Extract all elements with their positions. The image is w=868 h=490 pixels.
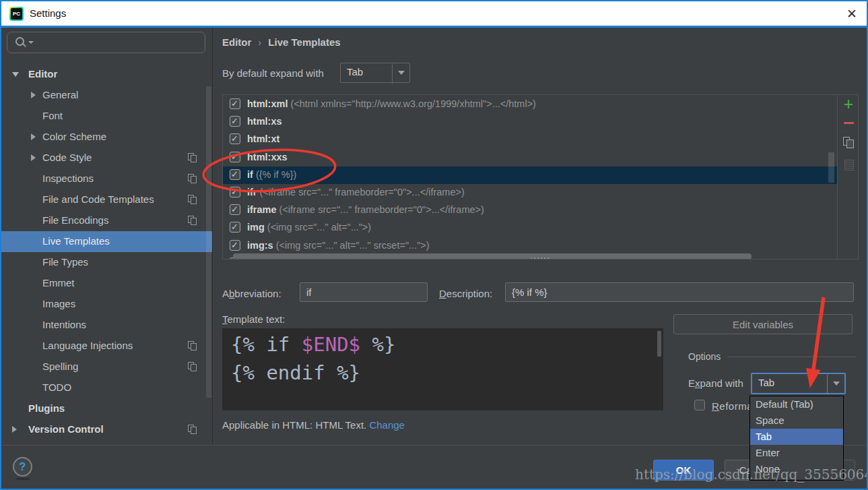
template-checkbox[interactable] <box>230 133 240 144</box>
watermark: https://blog.csdn.net/qq_35556064 <box>635 466 868 483</box>
sidebar-item-label: Code Style <box>42 152 92 163</box>
sidebar-item-version-control[interactable]: Version Control <box>0 419 212 440</box>
abbreviation-field[interactable]: if <box>300 282 428 302</box>
template-row-html-xxs[interactable]: html:xxs <box>223 149 837 166</box>
window-title: Settings <box>30 7 66 19</box>
expand-arrow-icon[interactable] <box>31 133 36 140</box>
duplicate-icon[interactable] <box>843 137 854 148</box>
breadcrumb-separator: › <box>258 36 261 48</box>
help-button[interactable]: ? <box>13 457 32 477</box>
footer-separator <box>0 445 868 446</box>
template-checkbox[interactable] <box>230 116 240 127</box>
template-name: html:xml (<html xmlns="http://www.w3.org… <box>247 98 536 109</box>
title-separator <box>0 26 868 28</box>
editor-line: {% if $END$ %} <box>222 328 663 359</box>
sidebar-item-inspections[interactable]: Inspections <box>0 169 212 189</box>
expand-arrow-icon[interactable] <box>31 92 36 98</box>
sidebar-item-label: Live Templates <box>42 235 110 247</box>
template-checkbox[interactable] <box>230 222 240 233</box>
template-checkbox[interactable] <box>230 152 240 162</box>
sidebar-item-live-templates[interactable]: Live Templates <box>0 231 212 252</box>
shared-settings-icon <box>188 216 197 225</box>
template-row-html-xs[interactable]: html:xs <box>223 113 837 131</box>
sidebar-item-label: Spelling <box>42 361 78 372</box>
template-checkbox[interactable] <box>230 98 240 109</box>
default-expand-dropdown[interactable]: Tab <box>340 63 410 83</box>
sidebar-item-color-scheme[interactable]: Color Scheme <box>0 127 212 148</box>
template-description: (<html xmlns="http://www.w3.org/1999/xht… <box>290 98 535 109</box>
template-name: if ({% if %}) <box>247 169 296 180</box>
chevron-down-icon[interactable] <box>392 63 409 84</box>
add-icon[interactable]: + <box>838 95 859 113</box>
shared-settings-icon <box>188 425 197 434</box>
template-description: (<img src="..." alt="...">) <box>267 222 371 233</box>
reformat-checkbox[interactable] <box>694 400 705 410</box>
template-row-img-s[interactable]: img:s (<img src="..." alt="..." srcset="… <box>223 237 837 255</box>
sidebar-item-file-types[interactable]: File Types <box>0 252 212 273</box>
edit-variables-button[interactable]: Edit variables <box>673 314 853 334</box>
restore-defaults-icon[interactable] <box>844 160 854 171</box>
template-checkbox[interactable] <box>230 204 240 215</box>
template-checkbox[interactable] <box>230 169 240 180</box>
template-row-if[interactable]: if ({% if %}) <box>223 166 837 184</box>
abbreviation-label: Abbreviation: <box>222 288 281 299</box>
expand-arrow-icon[interactable] <box>12 426 17 433</box>
template-name: html:xs <box>247 116 282 127</box>
breadcrumb-editor[interactable]: Editor <box>222 36 251 48</box>
sidebar-item-spelling[interactable]: Spelling <box>0 357 212 377</box>
template-name: html:xxs <box>247 152 288 162</box>
template-checkbox[interactable] <box>230 187 240 197</box>
sidebar-item-general[interactable]: General <box>0 85 212 106</box>
template-description: ({% if %}) <box>256 169 296 180</box>
template-row-iframe[interactable]: iframe (<iframe src="..." frameborder="0… <box>223 202 837 219</box>
vertical-scrollbar[interactable] <box>828 152 834 183</box>
collapse-arrow-icon[interactable] <box>12 72 19 77</box>
sidebar-item-font[interactable]: Font <box>0 106 212 127</box>
sidebar-item-label: Version Control <box>28 423 104 435</box>
description-field[interactable]: {% if %} <box>505 282 854 302</box>
sidebar-item-file-encodings[interactable]: File Encodings <box>0 210 212 231</box>
horizontal-scrollbar[interactable] <box>233 253 752 259</box>
applicable-text: Applicable in HTML: HTML Text. <box>222 419 366 431</box>
sidebar-item-plugins[interactable]: Plugins <box>0 398 212 419</box>
template-row-img[interactable]: img (<img src="..." alt="...">) <box>223 219 837 237</box>
template-text-label: Template text: <box>222 313 285 325</box>
template-text-editor[interactable]: {% if $END$ %}{% endif %} <box>222 328 663 410</box>
sidebar-item-label: Editor <box>28 68 57 80</box>
sidebar-scrollbar[interactable] <box>206 86 211 398</box>
sidebar-divider <box>212 28 213 445</box>
shared-settings-icon <box>188 153 197 162</box>
sidebar-item-code-style[interactable]: Code Style <box>0 148 212 169</box>
sidebar-item-images[interactable]: Images <box>0 294 212 315</box>
sidebar-item-label: General <box>42 89 78 100</box>
sidebar-item-editor[interactable]: Editor <box>0 64 212 85</box>
chevron-down-icon[interactable] <box>827 374 844 395</box>
dropdown-option-default-tab[interactable]: Default (Tab) <box>750 396 843 412</box>
close-icon[interactable]: ✕ <box>846 6 857 22</box>
sidebar-item-file-and-code-templates[interactable]: File and Code Templates <box>0 189 212 210</box>
editor-scrollbar[interactable] <box>657 331 661 357</box>
splitter-grip-icon[interactable] <box>531 257 549 259</box>
default-expand-value: Tab <box>347 66 363 78</box>
template-name: ifr (<iframe src="..." frameborder="0">.… <box>247 187 465 197</box>
template-name: img:s (<img src="..." alt="..." srcset="… <box>247 240 430 251</box>
sidebar-item-language-injections[interactable]: Language Injections <box>0 336 212 357</box>
template-row-html-xml[interactable]: html:xml (<html xmlns="http://www.w3.org… <box>223 96 837 113</box>
sidebar-item-todo[interactable]: TODO <box>0 377 212 398</box>
expand-with-dropdown[interactable]: Tab <box>751 373 846 394</box>
template-row-ifr[interactable]: ifr (<iframe src="..." frameborder="0">.… <box>223 184 837 202</box>
dropdown-option-tab[interactable]: Tab <box>750 429 843 445</box>
applicable-line: Applicable in HTML: HTML Text. Change <box>222 419 405 431</box>
template-row-html-xt[interactable]: html:xt <box>223 131 837 148</box>
sidebar-item-intentions[interactable]: Intentions <box>0 315 212 336</box>
expand-arrow-icon[interactable] <box>31 154 36 161</box>
sidebar-item-label: Plugins <box>28 402 65 414</box>
change-link[interactable]: Change <box>369 419 405 431</box>
template-checkbox[interactable] <box>230 240 240 251</box>
remove-icon[interactable] <box>844 122 854 124</box>
dropdown-option-enter[interactable]: Enter <box>750 445 843 461</box>
sidebar-item-emmet[interactable]: Emmet <box>0 273 212 294</box>
dropdown-option-space[interactable]: Space <box>750 412 843 429</box>
shared-settings-icon <box>188 362 197 371</box>
breadcrumb-live-templates: Live Templates <box>268 36 340 48</box>
